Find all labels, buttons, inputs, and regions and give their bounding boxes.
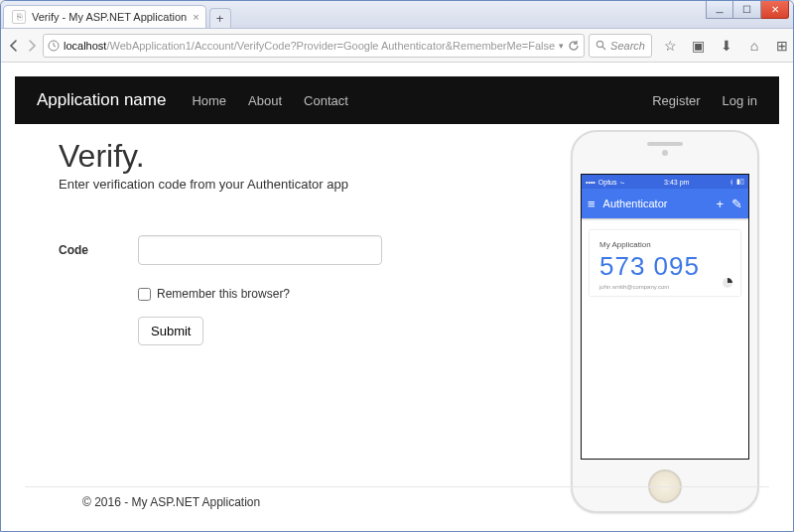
- bluetooth-icon: ᚼ: [729, 179, 733, 186]
- hamburger-icon: ≡: [588, 197, 596, 211]
- card-code: 573 095: [599, 251, 730, 282]
- titlebar: ⎘ Verify - My ASP.NET Application × +: [1, 1, 793, 29]
- search-icon: [596, 40, 606, 51]
- tab-close-icon[interactable]: ×: [193, 11, 198, 23]
- phone-time: 3:43 pm: [664, 179, 689, 186]
- card-email: john.smith@company.com: [599, 284, 730, 290]
- phone-mockup: •••• Optus ⏦ 3:43 pm ᚼ ▮▯ ≡ Authenticato…: [571, 130, 759, 513]
- window-controls: ─ ☐ ✕: [706, 1, 789, 19]
- tab-title: Verify - My ASP.NET Application: [32, 11, 187, 23]
- site-navbar: Application name Home About Contact Regi…: [15, 76, 779, 124]
- wifi-icon: ⏦: [620, 179, 624, 186]
- back-button[interactable]: [7, 34, 21, 58]
- code-label: Code: [59, 243, 138, 257]
- page-viewport: Application name Home About Contact Regi…: [1, 63, 793, 531]
- page-content: Verify. Enter verification code from you…: [1, 124, 793, 345]
- card-app-name: My Application: [599, 240, 730, 249]
- nav-login[interactable]: Log in: [723, 93, 757, 108]
- remember-label: Remember this browser?: [157, 287, 290, 301]
- phone-screen: •••• Optus ⏦ 3:43 pm ᚼ ▮▯ ≡ Authenticato…: [581, 174, 749, 460]
- nav-toolbar: localhost/WebApplication1/Account/Verify…: [1, 29, 793, 63]
- pocket-icon[interactable]: ▣: [686, 34, 712, 58]
- phone-camera: [662, 150, 668, 156]
- browser-window: ─ ☐ ✕ ⎘ Verify - My ASP.NET Application …: [0, 0, 794, 532]
- toolbar-right: ☆ ▣ ⬇ ⌂ ⊞: [656, 34, 794, 58]
- window-close-button[interactable]: ✕: [761, 1, 789, 19]
- app-bar: ≡ Authenticator + ✎: [582, 189, 748, 218]
- nav-register[interactable]: Register: [652, 93, 700, 108]
- nav-about[interactable]: About: [248, 93, 282, 108]
- address-bar[interactable]: localhost/WebApplication1/Account/Verify…: [43, 34, 585, 58]
- window-minimize-button[interactable]: ─: [706, 1, 733, 19]
- code-input[interactable]: [138, 235, 382, 265]
- addons-icon[interactable]: ⊞: [769, 34, 794, 58]
- carrier-label: Optus: [598, 179, 617, 186]
- window-maximize-button[interactable]: ☐: [733, 1, 761, 19]
- new-tab-button[interactable]: +: [209, 8, 231, 28]
- nav-contact[interactable]: Contact: [304, 93, 348, 108]
- search-placeholder: Search: [610, 40, 645, 52]
- nav-home[interactable]: Home: [192, 93, 226, 108]
- signal-icon: ••••: [586, 179, 596, 186]
- tab-strip: ⎘ Verify - My ASP.NET Application × +: [1, 1, 231, 28]
- downloads-icon[interactable]: ⬇: [714, 34, 739, 58]
- phone-speaker: [647, 142, 683, 146]
- page-footer: © 2016 - My ASP.NET Application: [25, 486, 769, 519]
- auth-card: My Application 573 095 john.smith@compan…: [590, 230, 740, 296]
- edit-icon: ✎: [731, 197, 742, 211]
- home-icon[interactable]: ⌂: [741, 34, 767, 58]
- favicon-icon: ⎘: [12, 10, 26, 24]
- svg-point-1: [596, 41, 602, 47]
- remember-checkbox[interactable]: [138, 288, 151, 301]
- identity-icon: [48, 40, 60, 52]
- search-box[interactable]: Search: [589, 34, 652, 58]
- plus-icon: +: [716, 197, 724, 211]
- phone-statusbar: •••• Optus ⏦ 3:43 pm ᚼ ▮▯: [582, 175, 748, 189]
- url-text: localhost/WebApplication1/Account/Verify…: [64, 40, 555, 52]
- battery-icon: ▮▯: [736, 178, 744, 186]
- app-title: Authenticator: [603, 198, 668, 209]
- url-dropdown-icon[interactable]: ▾: [559, 41, 564, 51]
- bookmark-star-icon[interactable]: ☆: [658, 34, 684, 58]
- svg-line-2: [602, 47, 605, 50]
- browser-tab[interactable]: ⎘ Verify - My ASP.NET Application ×: [3, 5, 206, 28]
- brand[interactable]: Application name: [37, 90, 166, 110]
- reload-icon[interactable]: [568, 40, 580, 52]
- timer-icon: [723, 278, 732, 288]
- forward-button[interactable]: [25, 34, 39, 58]
- submit-button[interactable]: Submit: [138, 317, 203, 345]
